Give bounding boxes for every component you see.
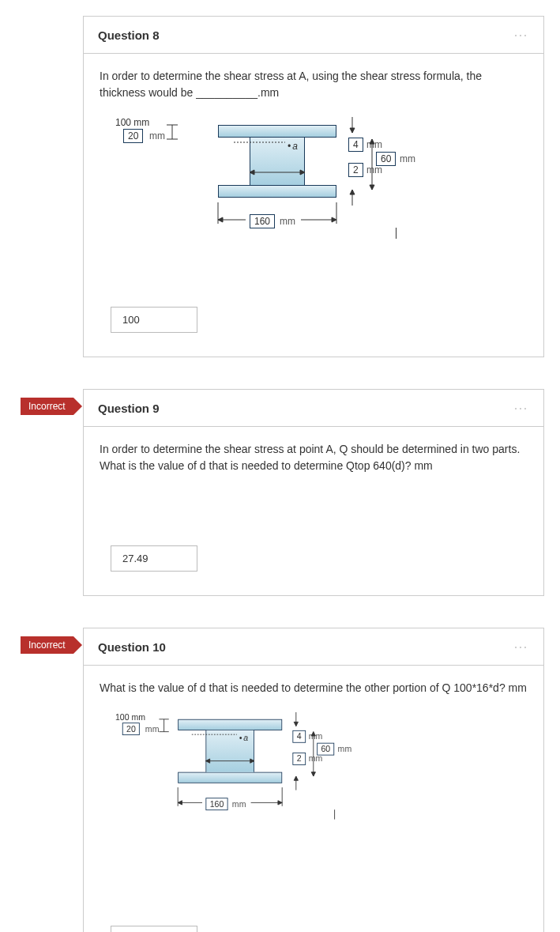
- svg-marker-32: [250, 759, 254, 763]
- question-header: Question 8 ⋯: [84, 17, 543, 54]
- svg-marker-27: [278, 801, 282, 805]
- svg-marker-16: [370, 139, 374, 144]
- dots-icon: ⋯: [513, 26, 529, 43]
- svg-marker-11: [250, 170, 254, 175]
- svg-marker-25: [178, 801, 182, 805]
- svg-marker-14: [350, 128, 355, 133]
- question-header: Question 10 ⋯: [84, 628, 543, 666]
- question-body: In order to determine the shear stress a…: [84, 427, 543, 595]
- dimension-arrows-icon: [115, 117, 447, 259]
- dots-icon: ⋯: [513, 638, 529, 655]
- question-title: Question 8: [98, 28, 160, 42]
- question-9: Incorrect Question 9 ⋯ In order to deter…: [83, 389, 544, 596]
- question-title: Question 9: [98, 402, 160, 415]
- question-body: What is the value of d that is needed to…: [84, 666, 543, 932]
- svg-marker-36: [311, 732, 315, 736]
- question-prompt: What is the value of d that is needed to…: [100, 680, 528, 696]
- incorrect-flag: Incorrect: [21, 398, 73, 415]
- svg-marker-7: [332, 217, 336, 222]
- question-header: Question 9 ⋯: [84, 390, 543, 427]
- answer-input[interactable]: 100: [111, 307, 197, 333]
- question-prompt: In order to determine the shear stress a…: [100, 68, 528, 101]
- text-cursor-icon: [334, 809, 335, 819]
- svg-marker-37: [311, 772, 315, 776]
- question-body: In order to determine the shear stress a…: [84, 54, 543, 357]
- ibeam-diagram: 20 mm a 100 mm 4 mm 60 mm 2 mm 160 mm: [115, 117, 447, 259]
- text-cursor-icon: [396, 228, 397, 239]
- ibeam-diagram: 20 mm a 100 mm 4 mm 60 mm 2 mm 160 mm: [115, 712, 408, 824]
- answer-input[interactable]: 45577.6: [111, 926, 197, 932]
- dots-icon: ⋯: [513, 399, 529, 417]
- svg-marker-34: [294, 722, 298, 726]
- svg-marker-31: [205, 759, 209, 763]
- question-title: Question 10: [98, 640, 166, 654]
- svg-marker-12: [300, 170, 305, 175]
- dimension-arrows-icon: [115, 712, 408, 837]
- answer-input[interactable]: 27.49: [111, 545, 197, 572]
- question-prompt: In order to determine the shear stress a…: [100, 441, 528, 474]
- question-10: Incorrect Question 10 ⋯ What is the valu…: [83, 628, 544, 932]
- svg-marker-39: [294, 776, 298, 780]
- svg-marker-19: [350, 190, 355, 194]
- svg-marker-5: [218, 217, 223, 222]
- svg-marker-17: [370, 185, 374, 190]
- incorrect-flag: Incorrect: [21, 636, 73, 654]
- question-8: Question 8 ⋯ In order to determine the s…: [83, 16, 544, 357]
